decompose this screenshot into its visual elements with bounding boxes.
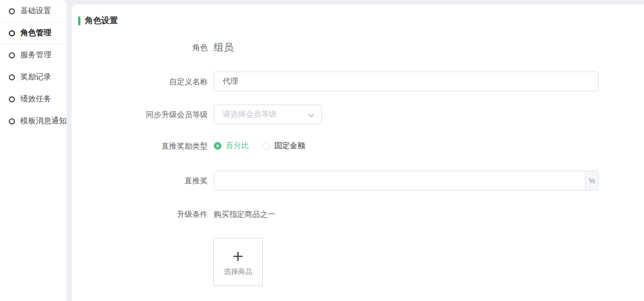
circle-icon	[9, 118, 15, 124]
circle-icon	[9, 96, 15, 102]
sidebar-item-service-management[interactable]: 服务管理	[0, 44, 67, 66]
member-level-select-placeholder: 请选择会员等级	[223, 110, 277, 119]
sidebar-item-label: 基础设置	[20, 6, 51, 16]
radio-fixed-amount[interactable]: 固定金额	[262, 141, 305, 151]
sync-level-label: 同步升级会员等级	[72, 105, 208, 124]
role-label: 角色	[72, 40, 208, 55]
direct-reward-input-group: %	[214, 171, 599, 190]
sidebar-item-label: 服务管理	[20, 50, 51, 60]
plus-icon: +	[232, 248, 243, 264]
radio-checked-icon	[214, 142, 221, 150]
radio-percentage[interactable]: 百分比	[214, 141, 249, 151]
radio-unchecked-icon	[262, 142, 270, 150]
role-settings-panel: 角色设置 角色 组员 自定义名称 同步升级会员等级 请选择会员等级 直推奖励类型…	[72, 4, 644, 301]
select-product-label: 选择商品	[224, 267, 252, 277]
form-row-direct-reward: 直推奖 %	[72, 171, 644, 190]
select-product-button[interactable]: + 选择商品	[213, 238, 263, 286]
settings-sidebar: 基础设置 角色管理 服务管理 奖励记录 绩效任务 模板消息通知	[0, 0, 67, 301]
form-row-reward-type: 直推奖励类型 百分比 固定金额	[72, 140, 644, 152]
sidebar-item-label: 角色管理	[20, 28, 51, 38]
custom-name-label: 自定义名称	[72, 72, 208, 91]
circle-icon	[9, 74, 15, 80]
sidebar-item-label: 绩效任务	[20, 94, 51, 104]
custom-name-input[interactable]	[214, 72, 599, 91]
sidebar-item-template-message-notify[interactable]: 模板消息通知	[0, 110, 67, 132]
radio-percentage-label: 百分比	[226, 141, 249, 151]
sidebar-item-label: 奖励记录	[20, 72, 51, 82]
direct-reward-input[interactable]	[214, 171, 585, 190]
sidebar-item-basic-settings[interactable]: 基础设置	[0, 0, 67, 22]
form-row-sync-level: 同步升级会员等级 请选择会员等级	[72, 105, 644, 124]
chevron-down-icon	[308, 111, 314, 117]
section-title: 角色设置	[78, 15, 118, 26]
member-level-select[interactable]: 请选择会员等级	[214, 105, 322, 124]
upgrade-condition-value: 购买指定商品之一	[214, 208, 275, 220]
form-row-upgrade-condition: 升级条件 购买指定商品之一	[72, 208, 644, 220]
circle-icon	[9, 8, 15, 14]
percent-suffix: %	[585, 171, 598, 190]
reward-type-radio-group: 百分比 固定金额	[214, 140, 305, 152]
sidebar-item-reward-records[interactable]: 奖励记录	[0, 66, 67, 88]
sidebar-item-label: 模板消息通知	[20, 116, 67, 126]
sidebar-item-role-management[interactable]: 角色管理	[0, 22, 67, 44]
circle-icon	[9, 52, 15, 58]
form-row-role: 角色 组员	[72, 40, 644, 55]
role-value: 组员	[214, 40, 234, 55]
reward-type-label: 直推奖励类型	[72, 140, 208, 152]
upgrade-condition-label: 升级条件	[72, 208, 208, 220]
direct-reward-label: 直推奖	[72, 171, 208, 190]
section-title-text: 角色设置	[85, 15, 118, 26]
sidebar-item-performance-tasks[interactable]: 绩效任务	[0, 88, 67, 110]
radio-fixed-amount-label: 固定金额	[274, 141, 305, 151]
circle-icon	[9, 30, 15, 36]
form-row-custom-name: 自定义名称	[72, 72, 644, 91]
title-accent-bar	[78, 17, 80, 25]
